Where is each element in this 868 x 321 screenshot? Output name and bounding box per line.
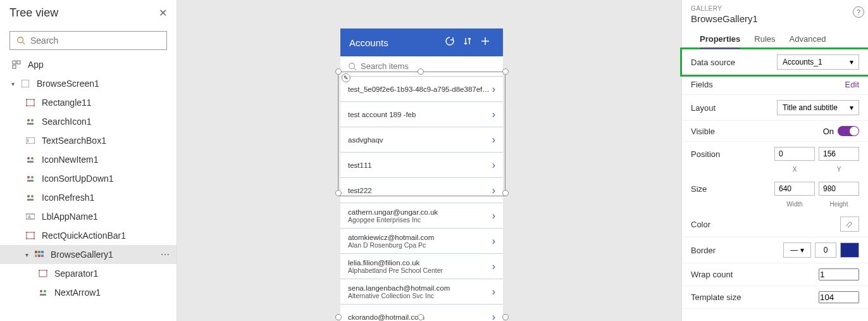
gallery-item-title: atomkiewicz@hotmail.com	[348, 234, 492, 241]
size-h-input[interactable]	[819, 182, 859, 196]
position-y-input[interactable]	[819, 147, 859, 161]
resize-handle[interactable]	[418, 68, 424, 75]
svg-point-42	[44, 290, 46, 293]
icon-icon	[25, 192, 35, 203]
resize-handle[interactable]	[335, 190, 342, 196]
gallery-item[interactable]: lelia.filion@filion.co.ukAlphabetland Pr…	[340, 254, 503, 279]
svg-rect-2	[13, 61, 16, 64]
chevron-right-icon[interactable]: ›	[492, 160, 495, 171]
size-w-input[interactable]	[774, 182, 815, 196]
template-size-label: Template size	[691, 293, 741, 302]
tab-advanced[interactable]: Advanced	[790, 30, 826, 49]
more-icon[interactable]: ⋯	[161, 249, 170, 260]
gallery-item[interactable]: test111›	[340, 153, 503, 178]
chevron-right-icon[interactable]: ›	[492, 236, 495, 247]
svg-rect-33	[38, 251, 40, 253]
gallery-item[interactable]: sena.langenbach@hotmail.comAlternative C…	[340, 279, 503, 305]
color-label: Color	[691, 220, 710, 229]
svg-point-31	[34, 238, 35, 239]
sort-icon[interactable]	[459, 36, 476, 49]
svg-rect-27	[27, 232, 34, 239]
chevron-down-icon: ▾	[850, 103, 853, 112]
chevron-right-icon[interactable]: ›	[492, 134, 495, 146]
resize-handle[interactable]	[502, 68, 509, 75]
resize-handle[interactable]	[335, 314, 342, 320]
app-icon	[11, 60, 22, 70]
resize-handle[interactable]	[335, 68, 342, 75]
y-label: Y	[819, 166, 859, 173]
layout-select[interactable]: Title and subtitle ▾	[777, 100, 859, 115]
chevron-right-icon[interactable]: ›	[492, 261, 495, 272]
position-sublabels: X Y	[682, 166, 868, 177]
tree-item-browsegallery1[interactable]: ▾ BrowseGallery1 ⋯	[0, 245, 177, 264]
svg-rect-38	[39, 270, 47, 277]
refresh-icon[interactable]	[441, 36, 459, 49]
tree-item-searchicon1[interactable]: SearchIcon1	[0, 112, 177, 131]
chevron-down-icon[interactable]: ▾	[25, 251, 32, 258]
browse-gallery[interactable]: test_5e09f2e6-1b93-48c9-a795-d8e387ef56b…	[340, 77, 503, 321]
chevron-down-icon[interactable]: ▾	[11, 80, 18, 87]
data-source-select[interactable]: Accounts_1 ▾	[777, 54, 859, 70]
properties-panel: GALLERY BrowseGallery1 ? Properties Rule…	[681, 0, 868, 321]
wrap-count-label: Wrap count	[691, 270, 733, 279]
add-icon[interactable]	[476, 36, 494, 49]
border-style-select[interactable]: — ▾	[783, 242, 811, 258]
fields-edit-link[interactable]: Edit	[845, 80, 859, 89]
tree-item-rectangle11[interactable]: Rectangle11	[0, 93, 177, 112]
chevron-right-icon[interactable]: ›	[492, 312, 495, 322]
phone-search-input[interactable]	[361, 61, 495, 71]
tree-search-input[interactable]	[30, 35, 160, 46]
prop-template-size: Template size	[682, 286, 868, 309]
chevron-down-icon: ▾	[850, 58, 853, 66]
chevron-right-icon[interactable]: ›	[492, 109, 495, 120]
chevron-right-icon[interactable]: ›	[492, 185, 495, 196]
resize-handle[interactable]	[502, 190, 509, 196]
tree-item-nextarrow1[interactable]: NextArrow1	[0, 283, 177, 302]
tree-root-app[interactable]: App	[0, 55, 177, 74]
position-x-input[interactable]	[774, 147, 815, 161]
tab-rules[interactable]: Rules	[754, 30, 775, 49]
tab-properties[interactable]: Properties	[700, 30, 740, 49]
tree-item-textsearchbox1[interactable]: TextSearchBox1	[0, 131, 177, 150]
chevron-right-icon[interactable]: ›	[492, 286, 495, 298]
gallery-item-title: asdvghaqv	[348, 136, 492, 144]
svg-point-19	[27, 176, 30, 179]
svg-rect-14	[26, 137, 35, 144]
close-icon[interactable]: ✕	[159, 7, 167, 19]
prop-wrap-count: Wrap count	[682, 263, 868, 286]
template-size-input[interactable]	[819, 291, 859, 303]
tree-item-iconsortupdown1[interactable]: IconSortUpDown1	[0, 169, 177, 188]
chevron-right-icon[interactable]: ›	[492, 210, 495, 222]
prop-fields: Fields Edit	[682, 75, 868, 95]
visible-toggle[interactable]: On	[823, 126, 859, 136]
tree-item-iconnewitem1[interactable]: IconNewItem1	[0, 150, 177, 169]
wrap-count-input[interactable]	[819, 268, 859, 280]
gallery-item[interactable]: asdvghaqv›	[340, 127, 503, 153]
gallery-item[interactable]: atomkiewicz@hotmail.comAlan D Rosenburg …	[340, 229, 503, 254]
tree-item-label: IconNewItem1	[42, 154, 98, 165]
gallery-item[interactable]: test_5e09f2e6-1b93-48c9-a795-d8e387ef56b…	[340, 77, 503, 102]
svg-point-7	[26, 99, 27, 100]
help-icon[interactable]: ?	[853, 6, 864, 18]
tree-item-iconrefresh1[interactable]: IconRefresh1	[0, 188, 177, 207]
svg-point-17	[31, 157, 34, 160]
tree-item-browsescreen[interactable]: ▾ BrowseScreen1	[0, 74, 177, 93]
color-swatch[interactable]	[840, 217, 859, 232]
tree-search[interactable]	[9, 31, 167, 50]
tree-item-lblappname1[interactable]: A LblAppName1	[0, 207, 177, 226]
resize-handle[interactable]	[502, 314, 509, 320]
gallery-item[interactable]: cathern.ungar@ungar.co.ukAgopgee Enterpr…	[340, 203, 503, 229]
gallery-item[interactable]: test222›	[340, 178, 503, 203]
border-width-input[interactable]	[815, 242, 836, 258]
visible-label: Visible	[691, 127, 715, 136]
tree-item-separator1[interactable]: Separator1	[0, 264, 177, 283]
gallery-item[interactable]: test account 189 -feb›	[340, 102, 503, 127]
resize-handle[interactable]	[418, 314, 424, 320]
tree-item-rectquickactionbar1[interactable]: RectQuickActionBar1	[0, 226, 177, 245]
edit-template-icon[interactable]: ✎	[342, 73, 350, 82]
rect-icon	[38, 268, 48, 279]
border-color-swatch[interactable]	[840, 242, 859, 258]
chevron-right-icon[interactable]: ›	[492, 84, 495, 95]
canvas-area[interactable]: Accounts test_5e09f2e6-1b93-48c9-a795-d8…	[177, 0, 678, 321]
svg-rect-21	[27, 180, 34, 182]
